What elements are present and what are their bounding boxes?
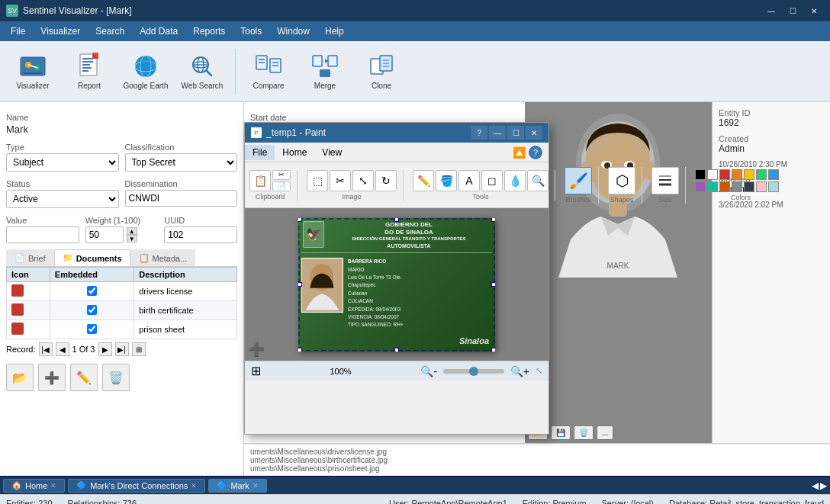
- nav-next[interactable]: ▶: [98, 342, 112, 356]
- menu-tools[interactable]: Tools: [233, 24, 269, 39]
- classification-select[interactable]: Top Secret Secret Unclassified: [125, 153, 238, 172]
- clipboard-copy-btn[interactable]: 📄: [272, 181, 291, 191]
- weight-input[interactable]: 50: [85, 226, 124, 243]
- add-button[interactable]: ➕: [38, 364, 66, 391]
- type-select[interactable]: Subject Person Organization: [6, 153, 119, 172]
- photo-more-btn[interactable]: ...: [597, 425, 613, 440]
- tab-metadata[interactable]: 📋Metada...: [130, 249, 196, 266]
- home-close[interactable]: ✕: [50, 482, 56, 490]
- select-btn[interactable]: ⬚: [307, 170, 328, 191]
- merge-button[interactable]: Merge: [298, 46, 352, 98]
- clipboard-cut-btn[interactable]: ✂: [272, 170, 291, 180]
- color-purple[interactable]: [695, 181, 706, 192]
- minimize-button[interactable]: —: [761, 4, 781, 18]
- eyedrop-btn[interactable]: 💧: [504, 170, 526, 191]
- menu-reports[interactable]: Reports: [185, 24, 233, 39]
- paint-expand-icon[interactable]: ⊞: [251, 364, 261, 378]
- delete-button[interactable]: 🗑️: [102, 364, 130, 391]
- magnify-btn[interactable]: 🔍: [527, 170, 549, 191]
- color-green[interactable]: [756, 169, 767, 180]
- rotate-btn[interactable]: ↻: [375, 170, 397, 191]
- mark-close[interactable]: ✕: [253, 482, 259, 490]
- color-lightblue[interactable]: [768, 181, 779, 192]
- photo-delete-btn[interactable]: 🗑️: [574, 425, 594, 440]
- color-black[interactable]: [695, 169, 706, 180]
- embedded-checkbox-2[interactable]: [87, 305, 97, 315]
- paint-ribbon-toggle[interactable]: 🔼 ?: [513, 146, 549, 159]
- color-darkorange[interactable]: [719, 181, 730, 192]
- tab-brief[interactable]: 📄Brief: [6, 249, 54, 266]
- edit-button[interactable]: ✏️: [70, 364, 98, 391]
- color-gray[interactable]: [732, 181, 742, 192]
- color-orange[interactable]: [732, 169, 742, 180]
- menu-add-data[interactable]: Add Data: [132, 24, 185, 39]
- color-darkblue[interactable]: [744, 181, 754, 192]
- paint-menu-home[interactable]: Home: [275, 145, 314, 160]
- zoom-slider[interactable]: [443, 369, 504, 374]
- paint-help-btn[interactable]: ?: [471, 126, 487, 140]
- paint-menu-file[interactable]: File: [245, 145, 275, 160]
- paint-minimize-btn[interactable]: —: [489, 126, 506, 140]
- shapes-btn[interactable]: ⬡: [608, 167, 635, 194]
- spin-down[interactable]: ▼: [127, 235, 137, 242]
- table-row[interactable]: drivers license: [7, 282, 237, 301]
- web-search-button[interactable]: Web Search: [175, 46, 229, 98]
- report-button[interactable]: Report: [63, 46, 116, 98]
- zoom-out-icon[interactable]: 🔍-: [420, 365, 437, 377]
- canvas-add-btn[interactable]: ➕: [248, 341, 265, 358]
- eraser-btn[interactable]: ◻: [481, 170, 503, 191]
- taskbar-right-arrow[interactable]: ▶: [820, 480, 827, 491]
- compare-button[interactable]: Compare: [242, 46, 295, 98]
- color-teal[interactable]: [707, 181, 718, 192]
- value-input[interactable]: [6, 226, 79, 243]
- uuid-input[interactable]: 102: [164, 226, 237, 243]
- taskbar-mark-btn[interactable]: 🔷 Mark ✕: [208, 479, 266, 493]
- table-row[interactable]: prison sheet: [7, 320, 237, 339]
- menu-file[interactable]: File: [3, 24, 33, 39]
- paint-help-icon[interactable]: ?: [529, 146, 542, 159]
- ribbon-collapse-icon[interactable]: 🔼: [513, 146, 526, 159]
- google-earth-button[interactable]: Google Earth: [119, 46, 172, 98]
- fill-btn[interactable]: 🪣: [436, 170, 457, 191]
- nav-last[interactable]: ▶|: [115, 342, 129, 356]
- paint-maximize-btn[interactable]: ☐: [507, 126, 524, 140]
- menu-window[interactable]: Window: [269, 24, 317, 39]
- zoom-thumb[interactable]: [469, 367, 478, 376]
- status-select[interactable]: Active Inactive: [6, 190, 119, 208]
- paint-menu-view[interactable]: View: [314, 145, 349, 160]
- marks-direct-close[interactable]: ✕: [191, 482, 197, 490]
- size-btn[interactable]: [651, 167, 679, 194]
- menu-visualizer[interactable]: Visualizer: [33, 24, 88, 39]
- visualizer-button[interactable]: Visualizer: [6, 46, 60, 98]
- tab-documents[interactable]: 📁Documents: [54, 249, 130, 266]
- paint-canvas[interactable]: 🦅 GOBIERNO DEL DO DE SINALOA DIRECCIÓN G…: [245, 208, 549, 361]
- resize-btn[interactable]: ⤡: [352, 170, 374, 191]
- taskbar-home-btn[interactable]: 🏠 Home ✕: [3, 479, 65, 493]
- embedded-checkbox-1[interactable]: [87, 286, 97, 296]
- color-blue[interactable]: [768, 169, 779, 180]
- taskbar-marks-direct-btn[interactable]: 🔷 Mark's Direct Connections ✕: [68, 479, 205, 493]
- spin-up[interactable]: ▲: [127, 227, 137, 235]
- photo-save-btn[interactable]: 💾: [551, 425, 571, 440]
- crop-btn[interactable]: ✂: [330, 170, 351, 191]
- nav-prev[interactable]: ◀: [56, 342, 69, 356]
- folder-button[interactable]: 📂: [6, 364, 34, 391]
- menu-help[interactable]: Help: [317, 24, 352, 39]
- taskbar-left-arrow[interactable]: ◀: [812, 480, 819, 491]
- maximize-button[interactable]: ☐: [783, 4, 803, 18]
- dissemination-input[interactable]: CNWDI: [125, 190, 238, 207]
- menu-search[interactable]: Search: [88, 24, 132, 39]
- pencil-btn[interactable]: ✏️: [413, 170, 434, 191]
- brush-btn[interactable]: 🖌️: [565, 167, 592, 194]
- color-white[interactable]: [707, 169, 718, 180]
- zoom-in-icon[interactable]: 🔍+: [510, 365, 529, 377]
- nav-first[interactable]: |◀: [39, 342, 53, 356]
- color-pink[interactable]: [756, 181, 767, 192]
- paint-close-btn[interactable]: ✕: [526, 126, 542, 140]
- table-row[interactable]: birth certificate: [7, 301, 237, 320]
- nav-expand[interactable]: ⊞: [132, 342, 146, 356]
- clone-button[interactable]: Clone: [355, 46, 408, 98]
- embedded-checkbox-3[interactable]: [87, 324, 97, 334]
- clipboard-paste-btn[interactable]: 📋: [249, 170, 271, 191]
- text-btn[interactable]: A: [458, 170, 480, 191]
